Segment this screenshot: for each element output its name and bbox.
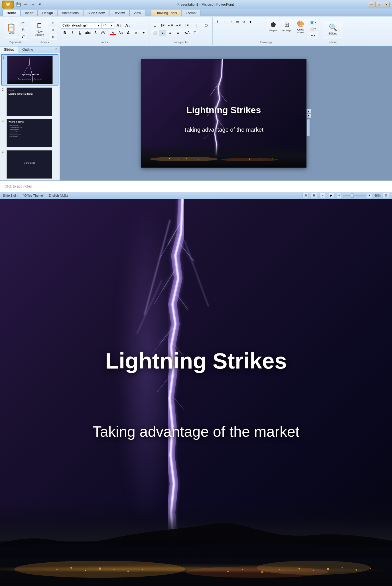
rect-shape[interactable]: ▭: [234, 19, 240, 25]
vertical-scrollbar[interactable]: ▲ ▼: [306, 109, 311, 118]
arrow-shape[interactable]: →: [221, 19, 227, 25]
slide-sorter-button[interactable]: ⊞: [311, 193, 317, 198]
slideshow-button[interactable]: ▶: [328, 193, 334, 198]
arrange-button[interactable]: ⊞ Arrange: [281, 19, 293, 34]
save-button[interactable]: 💾: [15, 1, 22, 8]
font-name-dropdown[interactable]: Calibri (Headings) ▾: [61, 22, 101, 29]
notes-placeholder[interactable]: Click to add notes: [5, 184, 32, 188]
language-name: English (U.S.): [48, 194, 68, 197]
tab-outline[interactable]: Outline: [18, 46, 37, 53]
tab-design[interactable]: Design: [38, 10, 57, 16]
canvas-title[interactable]: Lightning Strikes: [141, 105, 306, 115]
text-size-big[interactable]: A: [125, 30, 132, 36]
cut-button[interactable]: ✂: [19, 20, 27, 26]
minimize-button[interactable]: —: [368, 2, 375, 7]
zoom-plus-button[interactable]: +: [367, 193, 372, 198]
more-shapes[interactable]: ▾: [247, 19, 253, 25]
clipboard-expand[interactable]: ▾: [21, 41, 23, 44]
scroll-thumb[interactable]: [307, 119, 310, 136]
tab-view[interactable]: View: [129, 10, 145, 16]
bullets-button[interactable]: ☰: [151, 22, 159, 29]
clear-format-button[interactable]: ✦: [140, 30, 147, 36]
shape-outline-button[interactable]: ⬜ ▾: [308, 26, 318, 32]
close-button[interactable]: ✕: [383, 2, 390, 7]
indent-increase-button[interactable]: →≡: [174, 22, 182, 29]
italic-button[interactable]: I: [69, 30, 76, 36]
font-color-button[interactable]: A: [109, 30, 117, 36]
paragraph-expand[interactable]: ▾: [187, 41, 188, 44]
reading-view-button[interactable]: ≡: [320, 193, 326, 198]
format-painter-button[interactable]: 🖌: [19, 33, 27, 40]
quick-styles-button[interactable]: 🎨 Quick Styles: [294, 19, 307, 35]
tab-drawing-tools[interactable]: Drawing Tools: [151, 10, 181, 16]
new-slide-button[interactable]: 🗒 NewSlide ▾: [31, 21, 48, 38]
scroll-up-button[interactable]: ▲: [306, 109, 311, 113]
notes-area[interactable]: Click to add notes: [0, 180, 392, 192]
underline-button[interactable]: U: [76, 30, 84, 36]
numbering-button[interactable]: 1≡: [159, 22, 166, 29]
shape-fill-button[interactable]: 🪣 ▾: [308, 19, 318, 25]
strikethrough-button[interactable]: abc: [84, 30, 92, 36]
text-size-small[interactable]: A: [132, 30, 140, 36]
font-expand[interactable]: ▾: [107, 41, 108, 44]
tab-slideshow[interactable]: Slide Show: [83, 10, 109, 16]
shape-effects-button[interactable]: ✦ ▾: [308, 32, 318, 38]
columns-button[interactable]: ⁞≡: [183, 22, 191, 29]
slide-thumb-4[interactable]: 4 More Ideas: [1, 149, 58, 180]
slide-thumb-3[interactable]: 3 What's In store? • More fluctuations •…: [1, 118, 58, 148]
undo-button[interactable]: ↩: [23, 1, 29, 8]
double-arrow-shape[interactable]: ↔: [228, 19, 234, 25]
tab-insert[interactable]: Insert: [21, 10, 38, 16]
zoom-track[interactable]: [343, 195, 366, 196]
office-button[interactable]: W: [2, 1, 14, 9]
fit-to-window-button[interactable]: ⊠: [383, 193, 389, 198]
slide-thumb-2[interactable]: 2 Part One Looking at Current Trends: [1, 87, 58, 117]
convert-to-smartart[interactable]: ⬡: [202, 22, 211, 29]
indent-decrease-button[interactable]: ←≡: [166, 22, 174, 29]
align-left-button[interactable]: ⬜: [151, 30, 159, 36]
customize-button[interactable]: ▼: [37, 1, 43, 8]
shadow-button[interactable]: S: [92, 30, 99, 36]
scroll-down-button[interactable]: ▼: [306, 113, 311, 118]
shapes-button[interactable]: ⬟ Shapes: [267, 19, 279, 34]
reset-button[interactable]: ↺: [49, 27, 57, 33]
align-right-button[interactable]: ≡: [166, 30, 174, 36]
slide-thumb-1[interactable]: 1 Lightning Strikes Taking advantage: [1, 54, 58, 86]
font-size-dropdown[interactable]: 44 ▾: [101, 22, 114, 29]
layout-button[interactable]: ⊞: [49, 20, 57, 26]
slides-expand[interactable]: ▾: [48, 41, 49, 44]
tab-slides[interactable]: Slides: [0, 46, 18, 53]
normal-view-button[interactable]: ⊟: [302, 193, 309, 198]
zoom-level[interactable]: 46%: [374, 194, 381, 197]
line-shape[interactable]: /: [214, 19, 221, 25]
copy-button[interactable]: ⎘: [19, 27, 27, 33]
justify-button[interactable]: ≡: [174, 30, 182, 36]
font-selector-row: Calibri (Headings) ▾ 44 ▾ A↑ A↓: [61, 22, 147, 29]
oval-shape[interactable]: ○: [241, 19, 247, 25]
align-center-button[interactable]: ≡: [159, 30, 166, 36]
drawing-expand[interactable]: ▾: [271, 41, 272, 44]
bold-button[interactable]: B: [61, 30, 68, 36]
editing-button[interactable]: 🔍 Editing: [323, 21, 343, 38]
tab-review[interactable]: Review: [109, 10, 129, 16]
font-decrease-button[interactable]: A↓: [123, 22, 132, 29]
redo-button[interactable]: ↪: [30, 1, 36, 8]
char-spacing-button[interactable]: AV: [99, 30, 107, 36]
tab-format[interactable]: Format: [181, 10, 201, 16]
slide-canvas[interactable]: Lightning Strikes Taking advantage of th…: [141, 59, 306, 168]
align-text-button[interactable]: ⊤: [191, 30, 198, 36]
text-direction-button[interactable]: ⟲A: [183, 30, 191, 36]
maximize-button[interactable]: □: [375, 2, 382, 7]
line-spacing-button[interactable]: ↕: [192, 22, 200, 29]
paste-button[interactable]: 📋 Paste: [4, 21, 18, 38]
font-increase-button[interactable]: A↑: [115, 22, 123, 29]
tab-home[interactable]: Home: [2, 10, 20, 16]
zoom-minus-button[interactable]: −: [337, 193, 342, 198]
panel-close-button[interactable]: ✕: [53, 46, 60, 53]
tab-animations[interactable]: Animations: [58, 10, 83, 16]
text-case-button[interactable]: Aa: [117, 30, 124, 36]
delete-button[interactable]: 🗑: [49, 33, 57, 40]
bottom-slide-fullview: Lightning Strikes Taking advantage of th…: [0, 199, 392, 586]
zoom-thumb[interactable]: [351, 194, 354, 198]
canvas-subtitle[interactable]: Taking advantage of the market: [141, 127, 306, 133]
